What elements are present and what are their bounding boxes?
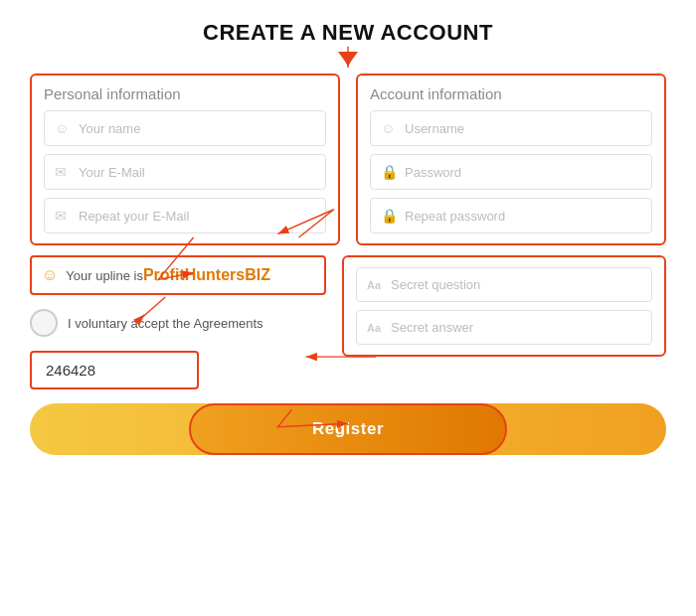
title-arrow-icon	[338, 52, 358, 66]
lock-icon: 🔒	[381, 164, 397, 180]
password-field[interactable]: 🔒	[370, 154, 652, 190]
secret-question-input[interactable]	[391, 277, 641, 292]
password-input[interactable]	[405, 165, 641, 180]
email-input[interactable]	[79, 165, 315, 180]
repeat-password-input[interactable]	[405, 209, 641, 224]
agreements-label: I voluntary accept the Agreements	[68, 316, 263, 331]
secret-q-icon: Aa	[367, 279, 383, 291]
upline-name: ProfitHuntersBIZ	[143, 266, 270, 284]
register-bg: Register	[30, 403, 666, 455]
email-field[interactable]: ✉	[44, 154, 326, 190]
left-lower-section: ☺ Your upline is ProfitHuntersBIZ I volu…	[30, 255, 326, 389]
repeat-password-field[interactable]: 🔒	[370, 198, 652, 233]
lock2-icon: 🔒	[381, 208, 397, 224]
repeat-email-field[interactable]: ✉	[44, 198, 326, 233]
your-name-input[interactable]	[79, 121, 315, 136]
agreements-row: I voluntary accept the Agreements	[30, 305, 326, 341]
register-button[interactable]: Register	[189, 403, 507, 455]
captcha-value: 246428	[46, 362, 95, 379]
secret-answer-input[interactable]	[391, 320, 641, 335]
secret-question-field[interactable]: Aa	[356, 267, 652, 302]
captcha-field[interactable]: 246428	[30, 351, 199, 389]
secret-a-icon: Aa	[367, 322, 383, 334]
personal-info-section: Personal information ☺ ✉ ✉	[30, 74, 340, 245]
username-person-icon: ☺	[381, 120, 397, 136]
page-title: CREATE A NEW ACCOUNT	[30, 20, 666, 46]
your-name-field[interactable]: ☺	[44, 110, 326, 146]
email2-icon: ✉	[55, 208, 71, 224]
username-field[interactable]: ☺	[370, 110, 652, 146]
account-info-section: Account information ☺ 🔒 🔒	[356, 74, 666, 245]
agreements-checkbox[interactable]	[30, 309, 58, 337]
upline-label: Your upline is	[66, 268, 143, 283]
email-icon: ✉	[55, 164, 71, 180]
username-input[interactable]	[405, 121, 641, 136]
upline-field: ☺ Your upline is ProfitHuntersBIZ	[30, 255, 326, 295]
personal-section-label: Personal information	[44, 85, 326, 102]
register-button-row: Register	[30, 403, 666, 455]
repeat-email-input[interactable]	[79, 209, 315, 224]
person-icon: ☺	[55, 120, 71, 136]
upline-icon: ☺	[42, 266, 58, 284]
secret-section: Aa Aa	[342, 255, 666, 357]
secret-answer-field[interactable]: Aa	[356, 310, 652, 345]
account-section-label: Account information	[370, 85, 652, 102]
